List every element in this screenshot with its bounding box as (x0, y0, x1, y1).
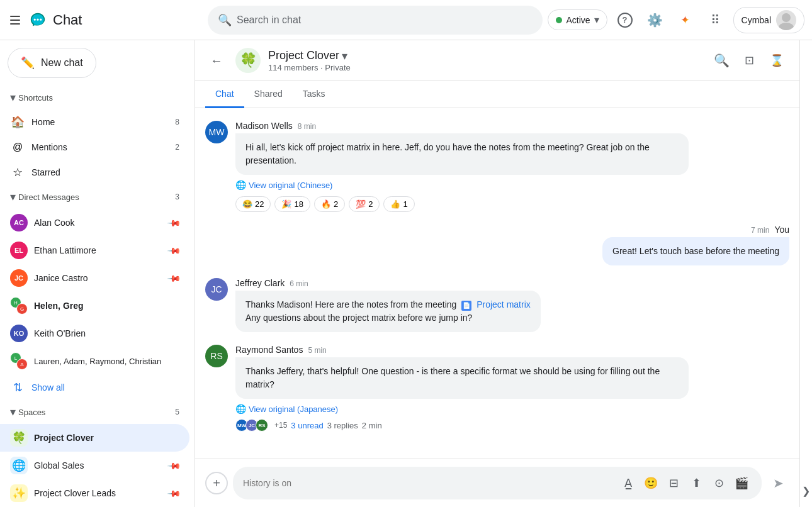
reaction-emoji-2: 🎉 (281, 199, 291, 209)
pin-icon: 📌 (167, 243, 181, 257)
reaction-thumbsup[interactable]: 👍 1 (383, 196, 414, 212)
tasks-button[interactable]: ⌛ (764, 48, 789, 73)
sidebar-item-mentions[interactable]: @ Mentions 2 (0, 135, 189, 160)
sidebar-item-alan[interactable]: AC Alan Cook 📌 (0, 209, 189, 237)
project-clover-label: Project Clover (34, 433, 135, 443)
reaction-count-2: 18 (294, 199, 303, 209)
reaction-hundred[interactable]: 💯 2 (349, 196, 380, 212)
thread-time: 2 min (362, 421, 382, 430)
translate-text-4: View original (Japanese) (249, 404, 338, 414)
status-badge[interactable]: Active ▾ (548, 9, 607, 30)
spaces-badge: 5 (175, 408, 179, 416)
upload-button[interactable]: ⬆ (686, 473, 706, 493)
search-bar[interactable]: 🔍 (208, 6, 543, 35)
gear-icon: ⚙️ (647, 13, 663, 28)
reaction-laugh[interactable]: 😂 22 (235, 196, 271, 212)
message-group-3: JC Jeffrey Clark 6 min Thanks Madison! H… (205, 278, 789, 332)
sidebar-item-global-sales[interactable]: 🌐 Global Sales 📌 (0, 452, 189, 479)
video-call-button[interactable]: 🎬 (731, 473, 752, 493)
user-profile[interactable]: Cymbal (733, 7, 804, 33)
doc-link[interactable]: Project matrix (476, 298, 531, 311)
apps-add-button[interactable]: ⊙ (709, 473, 729, 493)
jeffrey-msg-header: Jeffrey Clark 6 min (235, 278, 541, 288)
mention-button[interactable]: ⊟ (663, 473, 684, 493)
settings-button[interactable]: ⚙️ (643, 8, 668, 33)
mentions-badge: 2 (175, 143, 179, 152)
thread-unread[interactable]: 3 unread (291, 421, 323, 430)
sidebar-item-show-all-dm[interactable]: ⇅ Show all (0, 375, 189, 400)
global-sales-pin-icon: 📌 (167, 458, 181, 472)
more-options-icon[interactable]: ⋮ (162, 429, 179, 447)
svg-point-2 (37, 18, 38, 20)
you-msg-header: You 7 min (751, 225, 789, 235)
translate-text-1: View original (Chinese) (249, 181, 332, 190)
tab-shared[interactable]: Shared (244, 81, 293, 108)
sidebar-item-janice[interactable]: JC Janice Castro 📌 (0, 264, 189, 292)
sidebar-item-project-clover-leads[interactable]: ✨ Project Clover Leads 📌 (0, 479, 189, 507)
translate-link-1[interactable]: 🌐 View original (Chinese) (235, 180, 689, 190)
back-button[interactable]: ← (205, 49, 228, 72)
reaction-emoji-1: 😂 (242, 199, 252, 209)
project-clover-leads-label: Project Clover Leads (34, 488, 162, 498)
video-icon[interactable]: ⊞ (142, 429, 159, 447)
reaction-count-3: 2 (334, 199, 338, 209)
reply-thread-4: MW JC RS +15 3 unread 3 replies 2 min (235, 419, 689, 432)
alan-label: Alan Cook (34, 218, 162, 228)
reaction-party[interactable]: 🎉 18 (274, 196, 310, 212)
sidebar-item-helen[interactable]: HG Helen, Greg (0, 292, 189, 320)
reactions-1: 😂 22 🎉 18 🔥 2 💯 2 (235, 196, 689, 212)
dm-section-header[interactable]: ▾ Direct Messages 3 (0, 185, 195, 209)
keith-avatar: KO (10, 325, 28, 342)
chat-area: ← 🍀 Project Clover ▾ 114 members · Priva… (195, 40, 799, 507)
emoji-button[interactable]: 🙂 (641, 473, 661, 493)
sidebar-item-home[interactable]: 🏠 Home 8 (0, 109, 189, 135)
chat-header-info: Project Clover ▾ 114 members · Private (268, 49, 701, 72)
mentions-icon: @ (10, 140, 25, 155)
reaction-fire[interactable]: 🔥 2 (314, 196, 345, 212)
tab-chat[interactable]: Chat (205, 81, 244, 108)
text-format-button[interactable]: A̲ (618, 473, 638, 493)
raymond-bubble: Thanks Jeffery, that's helpful! One ques… (235, 357, 689, 399)
janice-avatar: JC (10, 269, 28, 287)
new-chat-button[interactable]: ✏️ New chat (8, 48, 96, 78)
sidebar-item-keith[interactable]: KO Keith O'Brien (0, 320, 189, 347)
sidebar-item-ethan[interactable]: EL Ethan Lattimore 📌 (0, 237, 189, 264)
chevron-down-icon: ▾ (594, 14, 599, 26)
main-area: ✏️ New chat ▾ Shortcuts 🏠 Home 8 @ Menti… (0, 40, 812, 507)
you-text: Great! Let's touch base before the meeti… (612, 246, 779, 256)
spaces-section-header[interactable]: ▾ Spaces 5 (0, 400, 195, 424)
sidebar-item-lauren[interactable]: LA Lauren, Adam, Raymond, Christian (0, 347, 189, 375)
ethan-avatar: EL (10, 242, 28, 259)
dm-badge: 3 (175, 192, 179, 201)
shortcuts-section-header[interactable]: ▾ Shortcuts (0, 86, 195, 109)
message-group-2: You 7 min Great! Let's touch base before… (205, 225, 789, 265)
message-input[interactable] (243, 478, 613, 488)
global-sales-icon: 🌐 (10, 457, 28, 474)
message-input-area: + A̲ 🙂 ⊟ ⬆ ⊙ 🎬 ➤ (195, 459, 799, 507)
tab-tasks[interactable]: Tasks (293, 81, 336, 108)
gemini-button[interactable]: ✦ (673, 8, 698, 33)
chat-title[interactable]: Project Clover ▾ (268, 49, 701, 63)
topbar: Chat 🔍 Active ▾ ? ⚙️ ✦ ⠿ Cymbal (0, 0, 812, 40)
chat-header-icon: 🍀 (235, 48, 261, 73)
sidebar-item-starred[interactable]: ☆ Starred (0, 160, 189, 185)
add-attachment-button[interactable]: + (205, 472, 228, 494)
message-input-box[interactable]: A̲ 🙂 ⊟ ⬆ ⊙ 🎬 (233, 467, 762, 499)
chat-header-actions: 🔍 ⊡ ⌛ (709, 48, 789, 73)
user-profile-name: Cymbal (742, 15, 771, 25)
send-button[interactable]: ➤ (767, 472, 789, 494)
search-chat-button[interactable]: 🔍 (709, 48, 734, 73)
gemini-icon: ✦ (680, 13, 690, 27)
translate-link-4[interactable]: 🌐 View original (Japanese) (235, 404, 689, 414)
collapse-panel-button[interactable]: ❯ (799, 40, 812, 507)
search-input[interactable] (237, 14, 533, 26)
hamburger-menu-icon[interactable] (8, 13, 23, 28)
starred-icon: ☆ (10, 165, 25, 180)
you-time: 7 min (751, 226, 769, 235)
split-view-button[interactable]: ⊡ (736, 48, 762, 73)
madison-sender: Madison Wells (235, 121, 293, 131)
sidebar-item-project-clover[interactable]: 🍀 Project Clover ⊞ ⋮ (0, 424, 189, 452)
apps-button[interactable]: ⠿ (703, 8, 728, 33)
help-button[interactable]: ? (612, 8, 638, 33)
translate-icon: 🌐 (235, 180, 246, 190)
